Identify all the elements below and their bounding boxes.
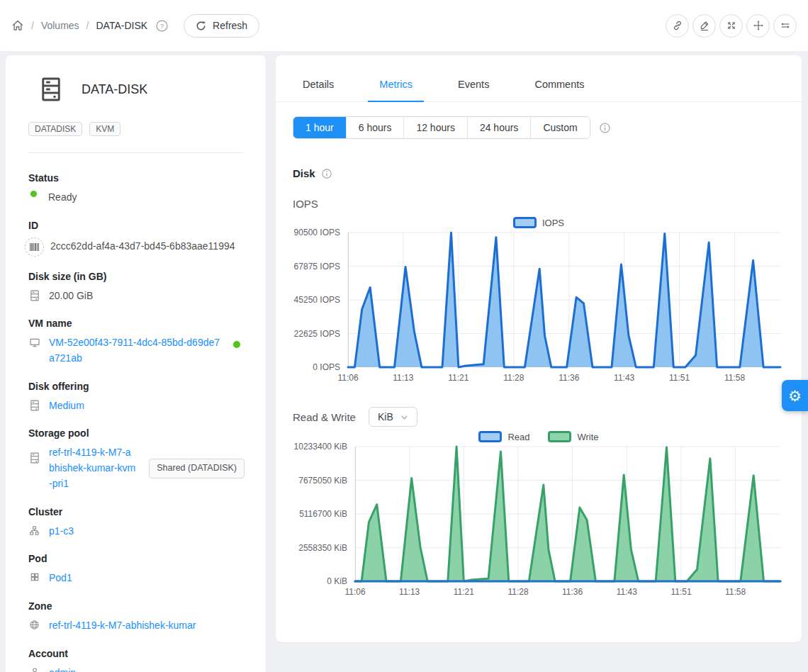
move-icon[interactable] xyxy=(746,14,770,38)
globe-icon xyxy=(28,620,40,630)
y-axis-label: 45250 IOPS xyxy=(294,295,340,305)
field-zone: Zone ref-trl-4119-k-M7-abhishek-kumar xyxy=(28,600,245,634)
metrics-tab-content: 1 hour 6 hours 12 hours 24 hours Custom … xyxy=(276,102,802,600)
breadcrumb: / Volumes / DATA-DISK ? Refresh xyxy=(11,14,259,38)
field-cluster: Cluster p1-c3 xyxy=(28,506,245,539)
field-label: Disk offering xyxy=(28,381,245,392)
refresh-icon xyxy=(196,21,206,31)
time-range-12-hours[interactable]: 12 hours xyxy=(403,117,466,138)
legend-item[interactable]: Write xyxy=(548,431,598,442)
cluster-link[interactable]: p1-c3 xyxy=(49,524,74,539)
legend-item[interactable]: Read xyxy=(478,431,529,442)
y-axis-label: 22625 IOPS xyxy=(294,329,340,339)
pod-grid-icon xyxy=(28,572,40,582)
chevron-down-icon xyxy=(400,413,408,421)
x-axis-label: 11:06 xyxy=(344,587,365,597)
edit-pencil-icon[interactable] xyxy=(692,14,716,38)
iops-chart-title: IOPS xyxy=(293,198,785,210)
disk-offering-link[interactable]: Medium xyxy=(49,398,84,414)
y-axis-label: 67875 IOPS xyxy=(294,262,340,271)
x-axis-label: 11:58 xyxy=(724,373,745,383)
settings-fab-button[interactable]: ⚙ xyxy=(782,380,808,411)
field-label: Disk size (in GB) xyxy=(28,271,245,282)
tab-metrics[interactable]: Metrics xyxy=(368,79,424,101)
svg-text:?: ? xyxy=(160,22,164,30)
disk-icon xyxy=(28,400,40,411)
field-label: VM name xyxy=(28,318,245,329)
iops-chart: IOPS0 IOPS22625 IOPS45250 IOPS67875 IOPS… xyxy=(293,217,785,386)
breadcrumb-separator: / xyxy=(86,20,89,31)
y-axis: 0 IOPS22625 IOPS45250 IOPS67875 IOPS9050… xyxy=(293,233,348,367)
y-axis-label: 2558350 KiB xyxy=(298,543,347,553)
time-range-custom[interactable]: Custom xyxy=(530,117,589,138)
x-axis-label: 11:58 xyxy=(725,587,746,597)
field-id: ID 2ccc62dd-af4a-43d7-bd45-6b83aae11994 xyxy=(28,220,245,257)
read-write-chart-title: Read & Write xyxy=(293,411,356,423)
field-label: Storage pool xyxy=(28,427,245,439)
zone-link[interactable]: ref-trl-4119-k-M7-abhishek-kumar xyxy=(49,618,196,634)
x-axis-label: 11:13 xyxy=(399,587,420,597)
field-disk-offering: Disk offering Medium xyxy=(28,381,245,414)
help-circle-icon[interactable]: ? xyxy=(156,20,168,32)
breadcrumb-separator: / xyxy=(31,20,34,31)
info-circle-icon[interactable] xyxy=(322,169,332,179)
x-axis-label: 11:13 xyxy=(393,373,413,383)
x-axis: 11:0611:1311:2111:2811:3611:4311:5111:58 xyxy=(355,587,780,600)
x-axis-label: 11:51 xyxy=(669,373,690,383)
tab-comments[interactable]: Comments xyxy=(523,79,595,101)
storage-icon xyxy=(28,452,40,464)
unit-dropdown[interactable]: KiB xyxy=(369,407,417,427)
y-axis-label: 0 IOPS xyxy=(313,362,340,372)
x-axis-label: 11:43 xyxy=(617,587,637,597)
field-pod: Pod Pod1 xyxy=(28,553,245,586)
tab-details[interactable]: Details xyxy=(291,79,345,101)
time-range-24-hours[interactable]: 24 hours xyxy=(467,117,530,138)
swap-icon[interactable] xyxy=(773,14,797,38)
time-range-group: 1 hour 6 hours 12 hours 24 hours Custom xyxy=(293,116,590,139)
refresh-button[interactable]: Refresh xyxy=(184,14,259,38)
y-axis-label: 0 KiB xyxy=(327,576,347,586)
chart-plot-area xyxy=(355,447,780,581)
read-write-chart: ReadWrite0 KiB2558350 KiB5116700 KiB7675… xyxy=(293,431,785,600)
y-axis-label: 5116700 KiB xyxy=(299,509,347,519)
barcode-icon xyxy=(25,237,44,257)
account-link[interactable]: admin xyxy=(49,666,76,672)
x-axis-label: 11:36 xyxy=(562,587,583,597)
divider xyxy=(28,152,243,153)
disk-section-title: Disk xyxy=(293,167,315,179)
breadcrumb-current: DATA-DISK xyxy=(96,20,147,31)
vm-name-link[interactable]: VM-52e00f43-7911-4dc4-85bd-d69de7a721ab xyxy=(49,335,223,366)
volume-icon xyxy=(40,77,62,102)
tab-events[interactable]: Events xyxy=(447,79,500,101)
legend-swatch xyxy=(548,431,571,442)
user-icon xyxy=(28,667,40,672)
legend-item[interactable]: IOPS xyxy=(513,217,564,228)
x-axis-label: 11:21 xyxy=(454,587,474,597)
fullscreen-icon[interactable] xyxy=(719,14,743,38)
time-range-1-hour[interactable]: 1 hour xyxy=(293,117,346,138)
volume-info-panel: DATA-DISK DATADISK KVM Status Ready ID 2… xyxy=(6,55,266,672)
link-icon[interactable] xyxy=(666,14,689,38)
home-icon[interactable] xyxy=(11,19,24,32)
info-circle-icon[interactable] xyxy=(600,123,610,133)
field-label: Account xyxy=(28,648,245,659)
volume-id-value: 2ccc62dd-af4a-43d7-bd45-6b83aae11994 xyxy=(50,239,235,254)
chart-legend: ReadWrite xyxy=(293,431,785,442)
pod-link[interactable]: Pod1 xyxy=(49,571,72,586)
field-label: Cluster xyxy=(28,506,245,517)
field-label: Pod xyxy=(28,553,245,564)
legend-label: Write xyxy=(577,432,598,442)
legend-swatch xyxy=(478,431,502,442)
time-range-6-hours[interactable]: 6 hours xyxy=(346,117,404,138)
chart-legend: IOPS xyxy=(293,217,785,228)
settings-gear-icon: ⚙ xyxy=(788,388,802,403)
breadcrumb-volumes-link[interactable]: Volumes xyxy=(41,20,79,31)
disk-size-value: 20.00 GiB xyxy=(49,289,93,304)
field-label: Status xyxy=(28,172,245,184)
disk-icon xyxy=(28,290,40,301)
volume-title: DATA-DISK xyxy=(82,82,147,97)
x-axis-label: 11:28 xyxy=(503,373,524,383)
vm-running-dot-icon xyxy=(233,341,240,348)
storage-pool-link[interactable]: ref-trl-4119-k-M7-abhishek-kumar-kvm-pri… xyxy=(49,445,135,491)
field-label: Zone xyxy=(28,600,245,612)
